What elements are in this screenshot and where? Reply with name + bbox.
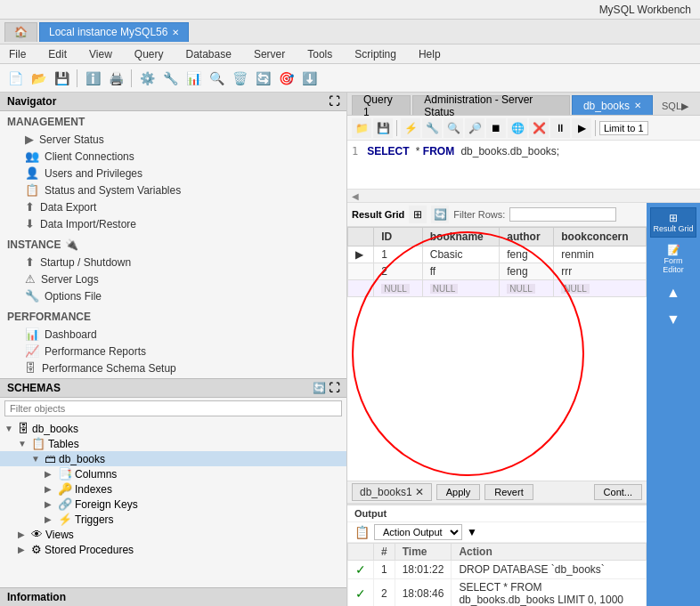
cell-bookname[interactable]: Cbasic [422,246,499,263]
tab-instance[interactable]: Local instance MySQL56 ✕ [39,22,189,42]
revert-button[interactable]: Revert [484,484,533,500]
tab-instance-close[interactable]: ✕ [172,28,179,37]
navigator-expand-icon[interactable]: ⛶ [329,95,339,108]
schema-search-input[interactable] [4,400,342,416]
action-output-dropdown[interactable]: Action Output [374,524,462,540]
db-books-expand[interactable]: ▼ [4,424,15,433]
cell-bookconcern[interactable]: rrr [554,263,647,280]
columns-expand[interactable]: ▶ [45,469,55,479]
tree-db-books[interactable]: ▼ 🗄 db_books [0,421,346,436]
toolbar-down-btn[interactable]: ⬇️ [298,68,320,89]
tree-db-books-table[interactable]: ▼ 🗃 db_books [0,451,346,466]
q-execute-btn[interactable]: ⚡ [401,118,420,138]
result-grid-btn[interactable]: ⊞ Result Grid [650,207,696,238]
q-open-btn[interactable]: 📁 [352,118,371,138]
db-books-table-expand[interactable]: ▼ [31,454,42,464]
cell-author[interactable]: feng [500,246,554,263]
form-editor-btn[interactable]: 📝 Form Editor [650,239,696,279]
q-explain-sel-btn[interactable]: 🔎 [465,118,484,138]
col-id[interactable]: ID [374,228,423,246]
toolbar-print-btn[interactable]: 🖨️ [105,68,126,89]
result-grid-icon-btn[interactable]: ⊞ [409,206,427,223]
q-save-btn[interactable]: 💾 [373,118,393,138]
query-tab-sql[interactable]: SQL▶ [655,98,696,115]
q-execute-sel-btn[interactable]: 🔧 [422,118,442,138]
cell-author[interactable]: feng [500,263,554,280]
cell-bookconcern[interactable]: renmin [554,246,647,263]
menu-view[interactable]: View [85,46,117,62]
col-author[interactable]: author [500,228,554,246]
q-conn-btn[interactable]: 🌐 [508,118,527,138]
nav-data-import[interactable]: ⬇ Data Import/Restore [7,215,339,232]
nav-options-file[interactable]: 🔧 Options File [7,287,339,304]
toolbar-refresh-btn[interactable]: 🔄 [252,68,273,89]
menu-tools[interactable]: Tools [303,46,337,62]
triggers-expand[interactable]: ▶ [45,514,55,524]
query-tab-admin[interactable]: Administration - Server Status [412,95,570,115]
toolbar-new-btn[interactable]: 📄 [4,68,26,89]
tree-tables[interactable]: ▼ 📋 Tables [0,436,346,451]
result-refresh-btn[interactable]: 🔄 [431,206,449,223]
schemas-refresh-icon[interactable]: 🔄 [313,382,326,394]
tree-stored-procs[interactable]: ▶ ⚙ Stored Procedures [0,542,346,557]
menu-query[interactable]: Query [130,46,168,62]
query-tab-db-books[interactable]: db_books ✕ [572,95,653,115]
tables-expand[interactable]: ▼ [18,439,28,448]
apply-button[interactable]: Apply [436,484,481,500]
bottom-tab-db-books[interactable]: db_books1 ✕ [352,483,432,501]
tree-triggers[interactable]: ▶ ⚡ Triggers [0,512,346,527]
indexes-expand[interactable]: ▶ [45,484,55,494]
col-bookname[interactable]: bookname [422,228,499,246]
nav-status-variables[interactable]: 📋 Status and System Variables [7,182,339,198]
sp-expand[interactable]: ▶ [18,545,28,554]
q-clear-btn[interactable]: ❌ [529,118,549,138]
q-explain-btn[interactable]: 🔍 [444,118,463,138]
nav-data-export[interactable]: ⬆ Data Export [7,198,339,215]
nav-performance-schema[interactable]: 🗄 Performance Schema Setup [7,360,339,376]
menu-help[interactable]: Help [414,46,445,62]
toolbar-delete-btn[interactable]: 🗑️ [229,68,250,89]
toolbar-save-btn[interactable]: 💾 [51,68,72,89]
col-bookconcern[interactable]: bookconcern [554,228,647,246]
toolbar-settings-btn[interactable]: ⚙️ [136,68,158,89]
menu-server[interactable]: Server [249,46,289,62]
rs-down-arrow[interactable]: ▼ [662,307,685,332]
tab-home[interactable]: 🏠 [4,22,37,42]
q-pause-btn[interactable]: ⏸ [550,118,570,138]
toolbar-open-btn[interactable]: 📂 [28,68,49,89]
toolbar-chart-btn[interactable]: 📊 [183,68,204,89]
cell-bookname[interactable]: ff [422,263,499,280]
menu-edit[interactable]: Edit [44,46,71,62]
nav-dashboard[interactable]: 📊 Dashboard [7,326,339,343]
menu-database[interactable]: Database [182,46,236,62]
toolbar-target-btn[interactable]: 🎯 [275,68,297,89]
nav-performance-reports[interactable]: 📈 Performance Reports [7,343,339,360]
filter-input[interactable] [509,207,616,222]
nav-server-logs[interactable]: ⚠ Server Logs [7,271,339,287]
tree-foreign-keys[interactable]: ▶ 🔗 Foreign Keys [0,497,346,512]
q-stop-btn[interactable]: ⏹ [486,118,506,138]
toolbar-info-btn[interactable]: ℹ️ [82,68,103,89]
query-editor[interactable]: 1 SELECT * FROM db_books.db_books; [347,141,700,190]
rs-up-arrow[interactable]: ▲ [662,280,685,305]
cell-id[interactable]: 2 [374,263,423,280]
views-expand[interactable]: ▶ [18,529,28,539]
menu-scripting[interactable]: Scripting [350,46,401,62]
table-row[interactable]: 2 ff feng rrr [348,263,647,280]
nav-server-status[interactable]: ▶ Server Status [7,131,339,148]
schemas-expand-icon[interactable]: ⛶ [329,382,339,394]
bottom-tab-close[interactable]: ✕ [415,486,424,498]
tree-views[interactable]: ▶ 👁 Views [0,527,346,542]
query-tab-close[interactable]: ✕ [634,101,641,110]
nav-users-privileges[interactable]: 👤 Users and Privileges [7,165,339,182]
fk-expand[interactable]: ▶ [45,499,55,509]
nav-client-connections[interactable]: 👥 Client Connections [7,148,339,165]
toolbar-tools-btn[interactable]: 🔧 [159,68,181,89]
cell-id[interactable]: 1 [374,246,423,263]
tree-columns[interactable]: ▶ 📑 Columns [0,466,346,481]
q-play-btn[interactable]: ▶ [572,118,591,138]
table-row[interactable]: ▶ 1 Cbasic feng renmin [348,246,647,263]
cont-button[interactable]: Cont... [594,484,642,500]
nav-startup-shutdown[interactable]: ⬆ Startup / Shutdown [7,254,339,271]
toolbar-search-btn[interactable]: 🔍 [206,68,227,89]
